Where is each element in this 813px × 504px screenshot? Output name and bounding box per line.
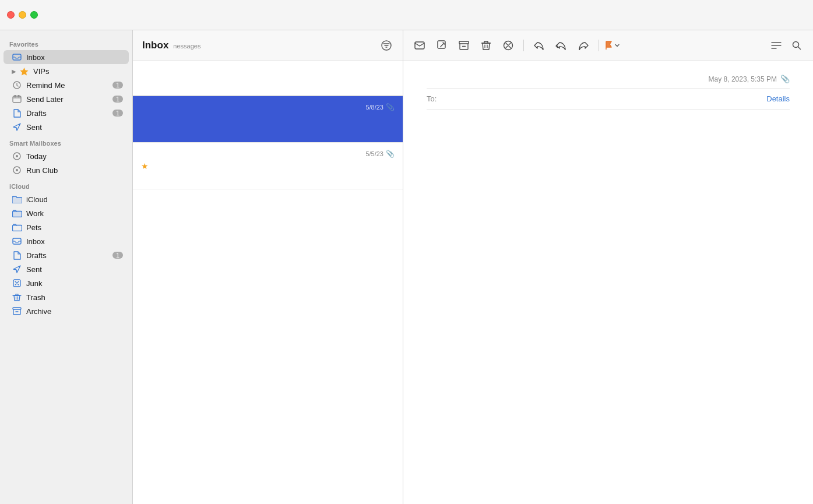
msg-sender xyxy=(141,113,395,122)
icloud-section-label: iCloud xyxy=(0,177,132,192)
minimize-button[interactable] xyxy=(19,11,26,19)
inbox-icon xyxy=(12,52,22,62)
icloud-archive-label: Archive xyxy=(26,307,123,316)
toolbar xyxy=(403,30,813,61)
expand-button[interactable] xyxy=(769,36,784,55)
email-view-panel: May 8, 2023, 5:35 PM 📎 To: Details xyxy=(403,30,813,504)
toolbar-right xyxy=(769,36,806,55)
pets-label: Pets xyxy=(26,223,123,232)
send-later-label: Send Later xyxy=(26,95,112,104)
icloud-trash-label: Trash xyxy=(26,293,123,302)
icloud-junk-label: Junk xyxy=(26,279,123,288)
email-details-button[interactable]: Details xyxy=(766,94,790,103)
star-indicator: ★ xyxy=(141,161,149,171)
reply-all-button[interactable] xyxy=(552,36,571,55)
email-attachment-icon: 📎 xyxy=(780,75,790,83)
folder-icon-icloud xyxy=(12,194,22,205)
sent-icon2 xyxy=(12,264,22,274)
svg-rect-16 xyxy=(415,42,424,49)
archive-icon xyxy=(12,306,22,316)
sidebar-item-icloud-sent[interactable]: Sent xyxy=(3,262,129,276)
inbox-icon2 xyxy=(12,236,22,246)
clock-icon xyxy=(12,80,22,90)
sidebar-item-icloud-trash[interactable]: Trash xyxy=(3,290,129,304)
sidebar-item-inbox-fav[interactable]: Inbox xyxy=(3,50,129,64)
svg-rect-17 xyxy=(438,41,445,48)
maximize-button[interactable] xyxy=(30,11,38,19)
list-item[interactable]: 5/8/23 📎 xyxy=(133,96,403,143)
compose-button[interactable] xyxy=(432,36,451,55)
vips-chevron: ▶ xyxy=(12,68,16,75)
msg-sender-2 xyxy=(150,160,395,169)
new-message-button[interactable] xyxy=(410,36,429,55)
sidebar-item-work[interactable]: Work xyxy=(3,206,129,220)
icloud-sent-label: Sent xyxy=(26,265,123,274)
calendar-icon xyxy=(12,94,22,104)
search-button[interactable] xyxy=(787,36,806,55)
icloud-label: iCloud xyxy=(26,195,123,204)
sidebar-item-remind-me[interactable]: Remind Me 1 xyxy=(3,78,129,92)
junk-button[interactable] xyxy=(499,36,518,55)
close-button[interactable] xyxy=(7,11,15,19)
sidebar-item-icloud-drafts[interactable]: Drafts 1 xyxy=(3,248,129,262)
message-list-subtitle: nessages xyxy=(173,43,200,50)
main-layout: Favorites Inbox ▶ VIPs xyxy=(0,30,813,504)
delete-button[interactable] xyxy=(477,36,495,55)
svg-rect-11 xyxy=(12,225,22,231)
forward-button[interactable] xyxy=(574,36,593,55)
sidebar-item-pets[interactable]: Pets xyxy=(3,220,129,234)
folder-icon-work xyxy=(12,208,22,218)
toolbar-sep-1 xyxy=(523,40,524,51)
drafts-icon xyxy=(12,108,22,118)
work-label: Work xyxy=(26,209,123,218)
message-list-header: Inbox nessages xyxy=(133,30,403,61)
flag-dropdown[interactable] xyxy=(605,41,620,50)
archive-button[interactable] xyxy=(455,36,473,55)
run-club-icon xyxy=(12,165,22,175)
email-date-row: May 8, 2023, 5:35 PM 📎 xyxy=(427,75,790,83)
filter-icon[interactable] xyxy=(379,38,393,52)
toolbar-sep-2 xyxy=(599,40,599,51)
email-content: May 8, 2023, 5:35 PM 📎 To: Details xyxy=(403,61,813,504)
sidebar-item-icloud-archive[interactable]: Archive xyxy=(3,304,129,318)
msg-top-starred: 5/5/23 📎 xyxy=(150,150,395,158)
favorites-section-label: Favorites xyxy=(0,35,132,50)
list-item[interactable] xyxy=(133,61,403,96)
drafts-fav-badge: 1 xyxy=(112,110,123,117)
sidebar-item-icloud[interactable]: iCloud xyxy=(3,192,129,206)
msg-top-selected: 5/8/23 📎 xyxy=(141,103,395,111)
sidebar-item-sent-fav[interactable]: Sent xyxy=(3,120,129,134)
junk-icon xyxy=(12,278,22,288)
msg-date: 5/8/23 xyxy=(365,104,383,111)
sidebar-item-run-club[interactable]: Run Club xyxy=(3,163,129,177)
sidebar-item-vips[interactable]: ▶ VIPs xyxy=(3,64,129,78)
drafts-icon2 xyxy=(12,250,22,260)
email-to-label: To: xyxy=(427,94,437,103)
star-icon xyxy=(19,66,29,76)
remind-me-label: Remind Me xyxy=(26,81,112,90)
svg-point-7 xyxy=(16,155,18,157)
svg-point-9 xyxy=(16,169,18,171)
sent-fav-label: Sent xyxy=(26,123,123,132)
sidebar-item-icloud-inbox[interactable]: Inbox xyxy=(3,234,129,248)
sent-icon xyxy=(12,122,22,132)
today-label: Today xyxy=(26,152,123,161)
vips-label: VIPs xyxy=(33,67,123,76)
sidebar-item-drafts-fav[interactable]: Drafts 1 xyxy=(3,106,129,120)
svg-rect-3 xyxy=(13,96,21,103)
svg-rect-14 xyxy=(13,308,21,309)
list-item[interactable]: ★ 5/5/23 📎 xyxy=(133,143,403,189)
drafts-fav-label: Drafts xyxy=(26,109,112,118)
sidebar-item-send-later[interactable]: Send Later 1 xyxy=(3,92,129,106)
sidebar-item-today[interactable]: Today xyxy=(3,149,129,163)
svg-marker-1 xyxy=(20,68,28,76)
reply-button[interactable] xyxy=(530,36,548,55)
today-icon xyxy=(12,151,22,161)
attachment-icon-2: 📎 xyxy=(386,150,395,158)
email-date: May 8, 2023, 5:35 PM xyxy=(709,75,777,83)
send-later-badge: 1 xyxy=(112,96,123,103)
smart-mailboxes-section-label: Smart Mailboxes xyxy=(0,134,132,149)
sidebar-item-icloud-junk[interactable]: Junk xyxy=(3,276,129,290)
svg-rect-18 xyxy=(459,41,469,44)
sidebar: Favorites Inbox ▶ VIPs xyxy=(0,30,133,504)
